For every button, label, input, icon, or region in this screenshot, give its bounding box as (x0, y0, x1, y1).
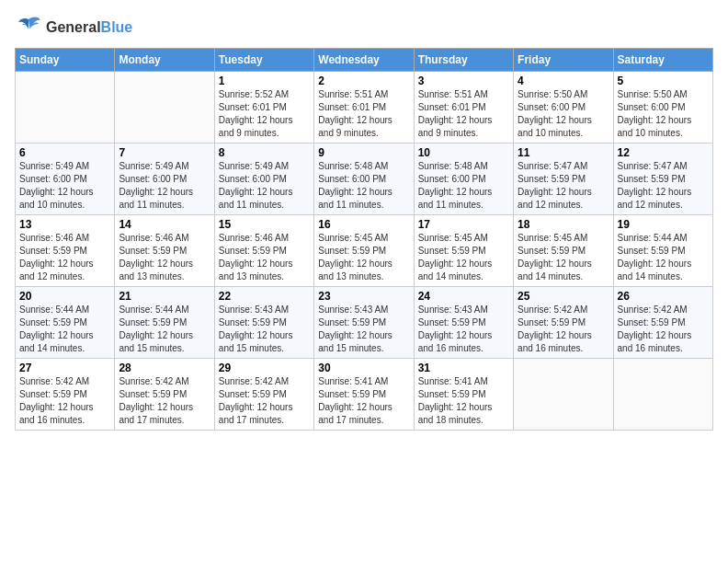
day-number: 13 (19, 218, 110, 231)
calendar-cell: 9 Sunrise: 5:48 AM Sunset: 6:00 PM Dayli… (314, 144, 414, 215)
calendar-week-2: 6 Sunrise: 5:49 AM Sunset: 6:00 PM Dayli… (16, 144, 713, 215)
daylight: Daylight: 12 hours and 14 minutes. (518, 259, 592, 282)
sunset: Sunset: 5:59 PM (19, 317, 87, 327)
calendar-table: SundayMondayTuesdayWednesdayThursdayFrid… (15, 48, 713, 431)
sunrise: Sunrise: 5:48 AM (318, 161, 388, 171)
sunset: Sunset: 5:59 PM (418, 317, 486, 327)
daylight: Daylight: 12 hours and 17 minutes. (318, 402, 392, 425)
sunrise: Sunrise: 5:47 AM (518, 161, 587, 171)
sunset: Sunset: 6:01 PM (418, 102, 486, 112)
day-number: 28 (119, 362, 210, 374)
calendar-cell: 2 Sunrise: 5:51 AM Sunset: 6:01 PM Dayli… (314, 72, 414, 144)
daylight: Daylight: 12 hours and 14 minutes. (418, 259, 493, 282)
sunrise: Sunrise: 5:52 AM (219, 89, 289, 99)
sunset: Sunset: 5:59 PM (518, 174, 586, 184)
calendar-cell: 6 Sunrise: 5:49 AM Sunset: 6:00 PM Dayli… (16, 144, 115, 215)
sunset: Sunset: 5:59 PM (318, 317, 386, 327)
day-info: Sunrise: 5:46 AM Sunset: 5:59 PM Dayligh… (19, 232, 110, 283)
calendar-cell (115, 72, 214, 144)
sunrise: Sunrise: 5:42 AM (518, 304, 587, 315)
sunrise: Sunrise: 5:45 AM (418, 233, 488, 243)
sunrise: Sunrise: 5:42 AM (119, 376, 188, 386)
sunrise: Sunrise: 5:42 AM (19, 376, 89, 386)
sunset: Sunset: 5:59 PM (119, 389, 187, 399)
calendar-cell: 27 Sunrise: 5:42 AM Sunset: 5:59 PM Dayl… (16, 359, 115, 431)
daylight: Daylight: 12 hours and 11 minutes. (318, 187, 392, 210)
day-number: 3 (418, 75, 509, 87)
day-number: 14 (119, 218, 210, 231)
calendar-cell: 24 Sunrise: 5:43 AM Sunset: 5:59 PM Dayl… (414, 287, 513, 359)
calendar-cell: 30 Sunrise: 5:41 AM Sunset: 5:59 PM Dayl… (314, 359, 414, 431)
sunset: Sunset: 5:59 PM (618, 246, 686, 256)
daylight: Daylight: 12 hours and 15 minutes. (219, 330, 293, 353)
day-info: Sunrise: 5:43 AM Sunset: 5:59 PM Dayligh… (219, 304, 310, 355)
sunset: Sunset: 5:59 PM (618, 317, 686, 327)
daylight: Daylight: 12 hours and 12 minutes. (518, 187, 592, 210)
day-info: Sunrise: 5:48 AM Sunset: 6:00 PM Dayligh… (418, 160, 509, 212)
day-number: 10 (418, 146, 509, 159)
day-number: 11 (518, 146, 609, 159)
day-number: 27 (19, 362, 110, 374)
sunrise: Sunrise: 5:46 AM (19, 233, 89, 243)
sunrise: Sunrise: 5:50 AM (618, 89, 688, 99)
day-number: 2 (318, 75, 409, 87)
sunrise: Sunrise: 5:51 AM (418, 89, 488, 99)
calendar-cell: 7 Sunrise: 5:49 AM Sunset: 6:00 PM Dayli… (115, 144, 214, 215)
logo-icon (15, 15, 42, 40)
sunrise: Sunrise: 5:47 AM (618, 161, 688, 171)
day-number: 17 (418, 218, 509, 231)
calendar-cell (514, 359, 613, 431)
sunrise: Sunrise: 5:42 AM (219, 376, 289, 386)
logo: GeneralBlue (15, 15, 132, 40)
sunset: Sunset: 5:59 PM (119, 246, 187, 256)
calendar-cell: 19 Sunrise: 5:44 AM Sunset: 5:59 PM Dayl… (613, 215, 712, 287)
calendar-cell: 18 Sunrise: 5:45 AM Sunset: 5:59 PM Dayl… (514, 215, 613, 287)
daylight: Daylight: 12 hours and 17 minutes. (219, 402, 293, 425)
sunset: Sunset: 6:00 PM (618, 102, 686, 112)
calendar-cell: 23 Sunrise: 5:43 AM Sunset: 5:59 PM Dayl… (314, 287, 414, 359)
calendar-cell: 14 Sunrise: 5:46 AM Sunset: 5:59 PM Dayl… (115, 215, 214, 287)
day-info: Sunrise: 5:43 AM Sunset: 5:59 PM Dayligh… (318, 304, 409, 355)
daylight: Daylight: 12 hours and 13 minutes. (318, 259, 392, 282)
day-info: Sunrise: 5:47 AM Sunset: 5:59 PM Dayligh… (618, 160, 709, 212)
day-info: Sunrise: 5:44 AM Sunset: 5:59 PM Dayligh… (119, 304, 210, 355)
day-number: 4 (518, 75, 609, 87)
sunrise: Sunrise: 5:51 AM (318, 89, 388, 99)
sunset: Sunset: 6:00 PM (518, 102, 586, 112)
sunset: Sunset: 6:00 PM (219, 174, 287, 184)
daylight: Daylight: 12 hours and 12 minutes. (618, 187, 692, 210)
weekday-header-thursday: Thursday (414, 49, 513, 72)
weekday-header-friday: Friday (514, 49, 613, 72)
day-number: 24 (418, 290, 509, 303)
daylight: Daylight: 12 hours and 13 minutes. (119, 259, 193, 282)
calendar-cell: 3 Sunrise: 5:51 AM Sunset: 6:01 PM Dayli… (414, 72, 513, 144)
sunset: Sunset: 5:59 PM (618, 174, 686, 184)
sunset: Sunset: 6:00 PM (318, 174, 386, 184)
daylight: Daylight: 12 hours and 11 minutes. (119, 187, 193, 210)
sunset: Sunset: 5:59 PM (219, 246, 287, 256)
daylight: Daylight: 12 hours and 16 minutes. (418, 330, 493, 353)
day-number: 8 (219, 146, 310, 159)
sunrise: Sunrise: 5:41 AM (418, 376, 488, 386)
calendar-week-3: 13 Sunrise: 5:46 AM Sunset: 5:59 PM Dayl… (16, 215, 713, 287)
daylight: Daylight: 12 hours and 11 minutes. (418, 187, 493, 210)
day-number: 26 (618, 290, 709, 303)
day-number: 23 (318, 290, 409, 303)
daylight: Daylight: 12 hours and 15 minutes. (119, 330, 193, 353)
day-info: Sunrise: 5:49 AM Sunset: 6:00 PM Dayligh… (219, 160, 310, 212)
day-info: Sunrise: 5:42 AM Sunset: 5:59 PM Dayligh… (618, 304, 709, 355)
calendar-cell: 12 Sunrise: 5:47 AM Sunset: 5:59 PM Dayl… (613, 144, 712, 215)
sunrise: Sunrise: 5:43 AM (418, 304, 488, 315)
day-info: Sunrise: 5:49 AM Sunset: 6:00 PM Dayligh… (19, 160, 110, 212)
calendar-cell: 20 Sunrise: 5:44 AM Sunset: 5:59 PM Dayl… (16, 287, 115, 359)
day-info: Sunrise: 5:49 AM Sunset: 6:00 PM Dayligh… (119, 160, 210, 212)
calendar-cell: 8 Sunrise: 5:49 AM Sunset: 6:00 PM Dayli… (214, 144, 313, 215)
day-number: 9 (318, 146, 409, 159)
sunrise: Sunrise: 5:45 AM (318, 233, 388, 243)
calendar-cell: 10 Sunrise: 5:48 AM Sunset: 6:00 PM Dayl… (414, 144, 513, 215)
calendar-cell: 11 Sunrise: 5:47 AM Sunset: 5:59 PM Dayl… (514, 144, 613, 215)
sunrise: Sunrise: 5:46 AM (119, 233, 188, 243)
sunset: Sunset: 5:59 PM (318, 246, 386, 256)
daylight: Daylight: 12 hours and 16 minutes. (19, 402, 94, 425)
page-header: GeneralBlue (15, 15, 713, 40)
